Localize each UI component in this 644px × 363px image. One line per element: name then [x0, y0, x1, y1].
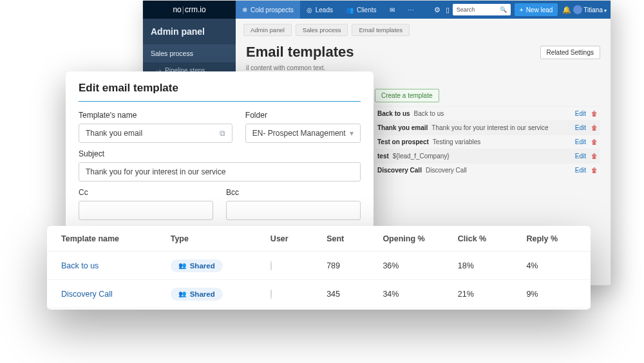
template-subject: ${lead_f_Company}: [393, 153, 450, 160]
edit-link[interactable]: Edit: [575, 153, 586, 160]
target-icon: ◎: [307, 6, 312, 14]
template-subject: Back to us: [414, 110, 444, 117]
template-row[interactable]: Test on prospect Testing variables Edit …: [375, 135, 600, 149]
stats-reply: 4%: [526, 261, 576, 270]
template-row[interactable]: Discovery Call Discovery Call Edit 🗑: [375, 163, 600, 177]
username: Titiana: [583, 6, 603, 14]
crumb-admin[interactable]: Admin panel: [243, 24, 292, 36]
related-settings-button[interactable]: Related Settings: [540, 46, 600, 59]
delete-icon[interactable]: 🗑: [591, 138, 598, 145]
label-name: Template's name: [79, 111, 232, 120]
bcc-input[interactable]: [226, 201, 361, 220]
plus-icon: +: [520, 6, 524, 14]
subject-field[interactable]: [86, 167, 354, 176]
template-subject: Testing variables: [433, 138, 480, 145]
shared-badge: 👥Shared: [171, 259, 223, 272]
nav-clients[interactable]: 👥 Clients: [339, 1, 383, 19]
chevron-down-icon: ▾: [350, 129, 354, 138]
search-icon: 🔍: [500, 6, 507, 13]
stats-open: 36%: [383, 261, 457, 270]
col-type: Type: [171, 234, 270, 243]
template-name: Discovery Call: [377, 167, 422, 174]
search-placeholder: Search: [457, 6, 475, 13]
bookmark-icon[interactable]: ▯: [442, 6, 453, 14]
folder-select[interactable]: EN- Prospect Management ▾: [245, 124, 361, 143]
edit-link[interactable]: Edit: [575, 138, 586, 145]
nav-mail[interactable]: ✉: [383, 1, 401, 19]
edit-link[interactable]: Edit: [575, 124, 586, 131]
nav-leads[interactable]: ◎ Leads: [300, 1, 339, 19]
template-subject: Discovery Call: [426, 167, 467, 174]
topbar: no|crm.io ❄ Cold prospects ◎ Leads 👥 Cli…: [143, 1, 611, 19]
stats-open: 34%: [383, 290, 457, 299]
folder-value: EN- Prospect Management: [252, 129, 346, 138]
col-template-name: Template name: [61, 234, 171, 243]
delete-icon[interactable]: 🗑: [591, 110, 598, 117]
stats-click: 18%: [458, 261, 527, 270]
template-row[interactable]: test ${lead_f_Company} Edit 🗑: [375, 149, 600, 163]
mail-icon: ✉: [390, 6, 395, 14]
stats-click: 21%: [458, 290, 527, 299]
bell-icon[interactable]: 🔔: [562, 6, 572, 14]
brand-logo[interactable]: no|crm.io: [143, 1, 236, 19]
col-reply: Reply %: [526, 234, 576, 243]
stats-reply: 9%: [526, 290, 576, 299]
template-name: Thank you email: [377, 124, 428, 131]
label-cc: Cc: [79, 188, 213, 197]
template-list: Create a template Back to us Back to us …: [365, 82, 611, 177]
template-row[interactable]: Thank you email Thank you for your inter…: [375, 120, 600, 135]
cc-field[interactable]: [86, 206, 206, 215]
create-template-button[interactable]: Create a template: [375, 89, 439, 102]
page-title: Email templates: [246, 44, 354, 60]
col-sent: Sent: [327, 234, 383, 243]
shared-badge: 👥Shared: [171, 288, 223, 301]
user-avatar: [270, 289, 272, 299]
template-name-input[interactable]: ⧉: [79, 124, 232, 143]
template-row[interactable]: Back to us Back to us Edit 🗑: [375, 106, 600, 120]
user-avatar: [270, 261, 272, 271]
brand-right: crm.io: [185, 5, 206, 14]
crumb-sales[interactable]: Sales process: [296, 24, 348, 36]
template-name: Back to us: [377, 110, 410, 117]
new-lead-label: New lead: [526, 6, 553, 14]
stats-header: Template name Type User Sent Opening % C…: [47, 226, 591, 252]
gear-icon[interactable]: ⚙: [432, 6, 442, 14]
stats-name-link[interactable]: Discovery Call: [61, 290, 171, 299]
template-name-field[interactable]: [86, 129, 220, 138]
nav-cold-prospects[interactable]: ❄ Cold prospects: [236, 1, 300, 19]
stats-sent: 345: [327, 290, 383, 299]
new-lead-button[interactable]: + New lead: [515, 3, 558, 16]
label-bcc: Bcc: [226, 188, 361, 197]
stats-row: Discovery Call 👥Shared 345 34% 21% 9%: [47, 280, 591, 308]
stats-name-link[interactable]: Back to us: [61, 261, 171, 270]
search-input[interactable]: Search 🔍: [453, 4, 511, 15]
template-name: test: [377, 153, 389, 160]
subject-input[interactable]: [79, 162, 361, 182]
delete-icon[interactable]: 🗑: [591, 153, 598, 160]
avatar[interactable]: [573, 5, 582, 14]
nav-label: Cold prospects: [251, 6, 294, 14]
user-menu[interactable]: Titiana▾: [583, 6, 607, 14]
people-icon: 👥: [178, 262, 186, 269]
edit-link[interactable]: Edit: [575, 167, 586, 174]
cc-input[interactable]: [79, 201, 213, 220]
modal-title: Edit email template: [79, 82, 361, 102]
label-folder: Folder: [245, 111, 361, 120]
label-subject: Subject: [79, 149, 361, 158]
sidebar-title: Admin panel: [143, 19, 236, 44]
nav-label: Leads: [316, 6, 333, 14]
edit-link[interactable]: Edit: [575, 110, 586, 117]
snowflake-icon: ❄: [242, 6, 247, 14]
sidebar-item-sales-process[interactable]: Sales process: [143, 44, 236, 62]
nav-label: Clients: [357, 6, 377, 14]
bcc-field[interactable]: [233, 206, 354, 215]
delete-icon[interactable]: 🗑: [591, 124, 598, 131]
ab-icon[interactable]: ⧉: [220, 129, 225, 138]
brand-sep: |: [182, 5, 184, 14]
stats-sent: 789: [327, 261, 383, 270]
template-subject: Thank you for your interest in our servi…: [431, 124, 548, 131]
crumb-email[interactable]: Email templates: [352, 24, 410, 36]
people-icon: 👥: [178, 290, 186, 297]
delete-icon[interactable]: 🗑: [591, 167, 598, 174]
nav-more[interactable]: ⋯: [401, 1, 421, 19]
